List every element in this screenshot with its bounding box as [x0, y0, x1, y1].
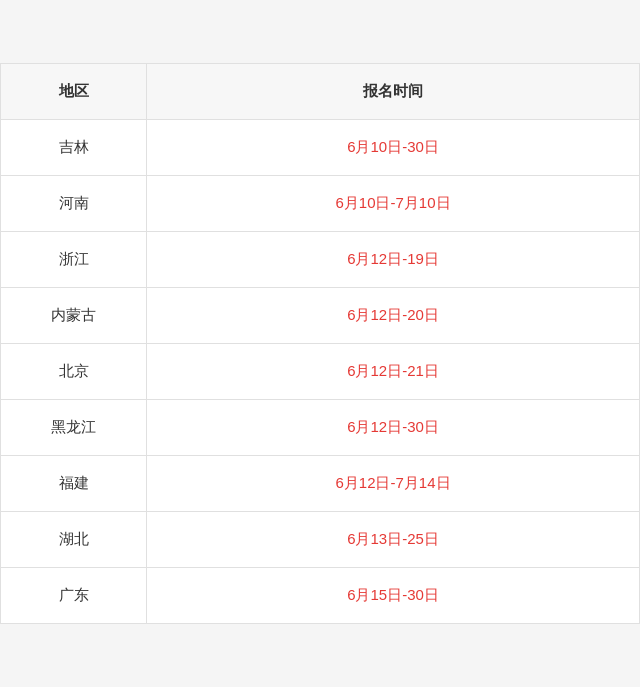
time-cell: 6月15日-30日	[147, 568, 639, 623]
table-row: 福建6月12日-7月14日	[1, 456, 639, 512]
time-value: 6月12日-30日	[347, 418, 439, 437]
time-value: 6月10日-7月10日	[335, 194, 450, 213]
time-cell: 6月12日-19日	[147, 232, 639, 287]
header-region: 地区	[1, 64, 147, 119]
table-row: 内蒙古6月12日-20日	[1, 288, 639, 344]
region-cell: 福建	[1, 456, 147, 511]
region-cell: 北京	[1, 344, 147, 399]
table-row: 北京6月12日-21日	[1, 344, 639, 400]
header-time-label: 报名时间	[363, 82, 423, 101]
time-value: 6月10日-30日	[347, 138, 439, 157]
header-time: 报名时间	[147, 64, 639, 119]
time-value: 6月12日-20日	[347, 306, 439, 325]
table-row: 吉林6月10日-30日	[1, 120, 639, 176]
time-value: 6月12日-19日	[347, 250, 439, 269]
region-cell: 内蒙古	[1, 288, 147, 343]
region-cell: 广东	[1, 568, 147, 623]
region-cell: 河南	[1, 176, 147, 231]
table-row: 湖北6月13日-25日	[1, 512, 639, 568]
table-row: 河南6月10日-7月10日	[1, 176, 639, 232]
time-cell: 6月12日-21日	[147, 344, 639, 399]
header-region-label: 地区	[59, 82, 89, 101]
region-cell: 湖北	[1, 512, 147, 567]
time-cell: 6月12日-7月14日	[147, 456, 639, 511]
table-row: 广东6月15日-30日	[1, 568, 639, 623]
registration-table: 地区 报名时间 吉林6月10日-30日河南6月10日-7月10日浙江6月12日-…	[0, 63, 640, 624]
time-cell: 6月10日-30日	[147, 120, 639, 175]
table-row: 浙江6月12日-19日	[1, 232, 639, 288]
time-value: 6月13日-25日	[347, 530, 439, 549]
table-header-row: 地区 报名时间	[1, 64, 639, 120]
time-cell: 6月12日-30日	[147, 400, 639, 455]
region-cell: 吉林	[1, 120, 147, 175]
time-cell: 6月13日-25日	[147, 512, 639, 567]
time-value: 6月15日-30日	[347, 586, 439, 605]
region-cell: 黑龙江	[1, 400, 147, 455]
time-value: 6月12日-7月14日	[335, 474, 450, 493]
time-value: 6月12日-21日	[347, 362, 439, 381]
time-cell: 6月10日-7月10日	[147, 176, 639, 231]
region-cell: 浙江	[1, 232, 147, 287]
table-row: 黑龙江6月12日-30日	[1, 400, 639, 456]
time-cell: 6月12日-20日	[147, 288, 639, 343]
